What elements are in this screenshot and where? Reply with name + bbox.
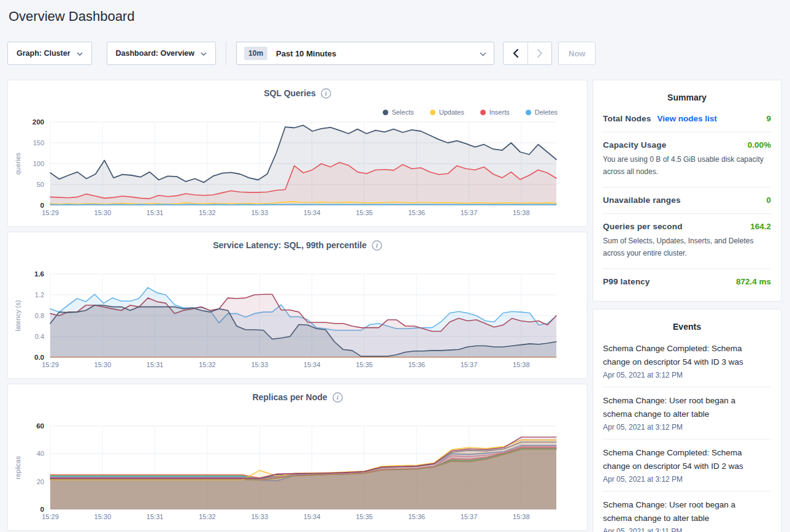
svg-text:15:29: 15:29 <box>42 361 59 368</box>
svg-text:replicas: replicas <box>14 456 21 479</box>
svg-text:15:32: 15:32 <box>199 513 216 520</box>
legend-dot <box>430 110 435 115</box>
summary-label: Capacity Usage <box>603 140 666 150</box>
summary-item-unavailable-ranges: Unavailable ranges 0 <box>603 188 771 214</box>
svg-text:15:32: 15:32 <box>199 361 216 368</box>
svg-text:15:38: 15:38 <box>513 361 530 368</box>
service-latency-plot[interactable]: 15:2915:3015:3115:3215:3315:3415:3515:36… <box>8 270 587 371</box>
legend-dot <box>480 110 486 115</box>
legend-dot <box>526 110 531 115</box>
sql-queries-chart-card: SQL Queriesi Selects Updates Inserts Del… <box>7 80 588 227</box>
svg-text:i: i <box>376 242 378 249</box>
svg-text:1.2: 1.2 <box>35 291 44 298</box>
svg-text:1.6: 1.6 <box>34 270 44 278</box>
time-range-picker[interactable]: 10m Past 10 Minutes <box>236 42 494 65</box>
events-panel: Events Schema Change Completed: Schema c… <box>592 309 781 532</box>
legend-item-inserts: Inserts <box>480 108 510 116</box>
svg-text:0.8: 0.8 <box>35 312 44 319</box>
replicas-per-node-chart-card: Replicas per Nodei 15:2915:3015:3115:321… <box>7 384 588 531</box>
dashboard-toolbar: Graph: Cluster Dashboard: Overview 10m P… <box>7 42 783 65</box>
summary-item-p99-latency: P99 latency 872.4 ms <box>603 269 771 295</box>
chevron-down-icon <box>480 48 486 59</box>
svg-text:15:36: 15:36 <box>408 209 425 216</box>
summary-description: You are using 0 B of 4.5 GiB usable disk… <box>603 153 771 178</box>
sql-queries-plot[interactable]: 15:2915:3015:3115:3215:3315:3415:3515:36… <box>8 118 587 219</box>
event-message: Schema Change Completed: Schema change o… <box>603 446 751 473</box>
svg-text:15:30: 15:30 <box>94 209 112 216</box>
now-button[interactable]: Now <box>558 42 596 65</box>
svg-text:15:31: 15:31 <box>147 513 164 520</box>
summary-value: 872.4 ms <box>736 277 771 286</box>
main-content: SQL Queriesi Selects Updates Inserts Del… <box>7 80 783 532</box>
svg-text:15:32: 15:32 <box>199 209 216 216</box>
event-timestamp: Apr 05, 2021 at 3:12 PM <box>603 475 771 484</box>
legend-label: Selects <box>392 108 414 116</box>
dashboard-select-label: Dashboard: Overview <box>116 49 195 58</box>
charts-column: SQL Queriesi Selects Updates Inserts Del… <box>7 80 588 532</box>
info-icon[interactable]: i <box>372 243 382 253</box>
chart-title: Service Latency: SQL, 99th percentile <box>213 240 367 250</box>
summary-label: Unavailable ranges <box>603 196 681 205</box>
svg-text:15:33: 15:33 <box>251 209 268 216</box>
svg-text:15:31: 15:31 <box>147 209 164 216</box>
summary-item-total-nodes: Total Nodes View nodes list 9 <box>603 106 771 132</box>
event-timestamp: Apr 05, 2021 at 3:12 PM <box>603 371 771 379</box>
toolbar-divider <box>226 42 226 65</box>
svg-text:15:34: 15:34 <box>304 361 321 368</box>
chart-title: Replicas per Node <box>252 392 327 402</box>
chart-header: SQL Queriesi <box>8 80 587 101</box>
legend-label: Deletes <box>535 108 558 116</box>
dashboard-select-dropdown[interactable]: Dashboard: Overview <box>107 42 217 65</box>
summary-panel: Summary Total Nodes View nodes list 9 Ca… <box>592 80 781 302</box>
next-range-button-disabled[interactable] <box>527 42 551 64</box>
now-button-label: Now <box>569 49 585 58</box>
svg-text:15:30: 15:30 <box>94 361 112 368</box>
svg-text:100: 100 <box>33 160 44 167</box>
svg-text:15:29: 15:29 <box>42 513 59 520</box>
overview-dashboard-page: Overview Dashboard Graph: Cluster Dashbo… <box>0 0 790 532</box>
svg-text:0: 0 <box>40 506 44 513</box>
svg-text:15:35: 15:35 <box>356 209 373 216</box>
legend-label: Inserts <box>489 108 510 116</box>
event-message: Schema Change Completed: Schema change o… <box>603 342 751 369</box>
chevron-down-icon <box>201 49 207 58</box>
summary-label: P99 latency <box>603 277 650 286</box>
prev-range-button[interactable] <box>504 42 527 64</box>
chart-header: Replicas per Nodei <box>8 384 587 405</box>
svg-text:15:34: 15:34 <box>304 209 321 216</box>
replicas-per-node-plot[interactable]: 15:2915:3015:3115:3215:3315:3415:3515:36… <box>8 422 587 523</box>
svg-text:queries: queries <box>14 152 21 175</box>
svg-text:15:37: 15:37 <box>461 361 478 368</box>
svg-text:15:37: 15:37 <box>461 209 478 216</box>
sidebar: Summary Total Nodes View nodes list 9 Ca… <box>592 80 781 532</box>
summary-item-queries-per-second: Queries per second 164.2 Sum of Selects,… <box>603 214 771 269</box>
svg-text:150: 150 <box>33 139 44 146</box>
graph-scope-dropdown[interactable]: Graph: Cluster <box>7 42 92 65</box>
summary-item-capacity-usage: Capacity Usage 0.00% You are using 0 B o… <box>603 132 771 188</box>
svg-text:i: i <box>325 90 327 97</box>
event-list-item: Schema Change Completed: Schema change o… <box>603 335 771 387</box>
event-message: Schema Change: User root began a schema … <box>603 498 751 525</box>
chart-legend: Selects Updates Inserts Deletes <box>383 108 558 116</box>
svg-text:50: 50 <box>37 181 44 188</box>
summary-value: 9 <box>766 114 771 123</box>
event-list-item: Schema Change: User root began a schema … <box>603 492 771 532</box>
svg-text:200: 200 <box>33 118 44 126</box>
event-list-item: Schema Change: User root began a schema … <box>603 387 771 439</box>
event-timestamp: Apr 05, 2021 at 3:11 PM <box>603 527 771 532</box>
chart-title: SQL Queries <box>264 88 316 98</box>
svg-text:15:33: 15:33 <box>251 361 268 368</box>
svg-text:15:34: 15:34 <box>304 513 321 520</box>
svg-text:15:35: 15:35 <box>356 361 373 368</box>
info-icon[interactable]: i <box>321 91 331 101</box>
svg-text:15:36: 15:36 <box>408 513 425 520</box>
summary-label: Total Nodes <box>603 114 651 123</box>
event-message: Schema Change: User root began a schema … <box>603 394 751 421</box>
info-icon[interactable]: i <box>332 395 343 405</box>
legend-item-deletes: Deletes <box>526 108 558 116</box>
graph-scope-label: Graph: Cluster <box>17 49 71 58</box>
view-nodes-list-link[interactable]: View nodes list <box>657 114 716 123</box>
svg-text:latency (s): latency (s) <box>14 300 21 332</box>
service-latency-chart-card: Service Latency: SQL, 99th percentilei 1… <box>7 232 588 379</box>
svg-text:15:36: 15:36 <box>408 361 425 368</box>
